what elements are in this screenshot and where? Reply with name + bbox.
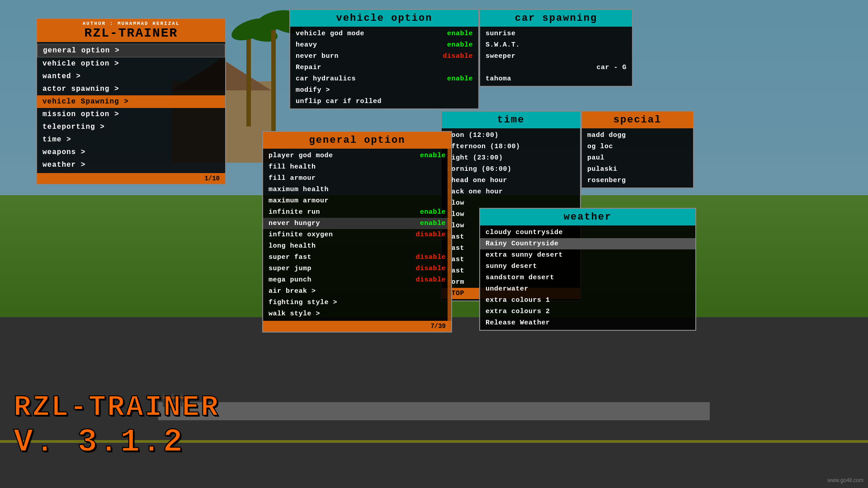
morning-item[interactable]: morning (06:00) (442, 164, 580, 175)
infinite-oxygen-item[interactable]: infinite oxygen disable (263, 229, 451, 240)
ahead-one-hour-item[interactable]: ahead one hour (442, 175, 580, 186)
special-items: madd dogg og loc paul pulaski rosenberg (582, 128, 693, 188)
special-panel: special madd dogg og loc paul pulaski ro… (581, 111, 694, 188)
car-hydraulics-item[interactable]: car hydraulics enable (290, 73, 478, 84)
madd-dogg-item[interactable]: madd dogg (582, 130, 693, 141)
general-option-footer: 7/39 (263, 321, 451, 332)
menu-item-actor[interactable]: actor spawning > (37, 83, 225, 95)
rainy-countryside-item[interactable]: Rainy Countryside (480, 238, 695, 249)
vehicle-god-mode-item[interactable]: vehicle god mode enable (290, 28, 478, 39)
super-jump-item[interactable]: super jump disable (263, 263, 451, 274)
special-header: special (582, 112, 693, 128)
sandstorm-item[interactable]: sandstorm desert (480, 272, 695, 283)
modify-item[interactable]: modify > (290, 84, 478, 96)
unflip-item[interactable]: unflip car if rolled (290, 96, 478, 107)
long-health-item[interactable]: long health (263, 240, 451, 252)
menu-item-weather[interactable]: weather > (37, 159, 225, 171)
menu-item-vehicle-spawning[interactable]: vehicle Spawning > (37, 95, 225, 108)
sweeper-item[interactable]: sweeper (480, 51, 632, 62)
walk-style-item[interactable]: walk style > (263, 308, 451, 319)
vehicle-option-items: vehicle god mode enable heavy enable nev… (290, 27, 478, 108)
swat-item[interactable]: S.W.A.T. (480, 39, 632, 51)
general-option-panel: general option player god mode enable fi… (262, 131, 452, 333)
super-fast-item[interactable]: super fast disable (263, 252, 451, 263)
extra-colours-1-item[interactable]: extra colours 1 (480, 295, 695, 306)
player-god-mode-item[interactable]: player god mode enable (263, 150, 451, 161)
menu-item-mission[interactable]: mission option > (37, 108, 225, 121)
max-armour-item[interactable]: maximum armour (263, 195, 451, 206)
car-spawning-header: car spawning (480, 10, 632, 27)
author-label: AUTHOR : MUHAMMAD HERIZAL (42, 21, 221, 26)
tahoma-item[interactable]: tahoma (480, 73, 632, 84)
main-menu-header: AUTHOR : MUHAMMAD HERIZAL RZL-TRAINER (37, 19, 225, 42)
release-weather-item[interactable]: Release Weather (480, 317, 695, 328)
vehicle-option-header: vehicle option (290, 10, 478, 27)
main-menu-items: general option > vehicle option > wanted… (37, 42, 225, 173)
menu-item-general[interactable]: general option > (37, 44, 225, 57)
never-burn-item[interactable]: never burn disable (290, 51, 478, 62)
general-option-items: player god mode enable fill health fill … (263, 149, 451, 321)
car-spawning-items: sunrise S.W.A.T. sweeper car - G tahoma (480, 27, 632, 86)
extra-sunny-item[interactable]: extra sunny desert (480, 249, 695, 261)
paul-item[interactable]: paul (582, 152, 693, 164)
og-loc-item[interactable]: og loc (582, 141, 693, 152)
max-health-item[interactable]: maximum health (263, 184, 451, 195)
main-menu-footer: 1/10 (37, 173, 225, 184)
pulaski-item[interactable]: pulaski (582, 164, 693, 175)
extra-colours-2-item[interactable]: extra colours 2 (480, 306, 695, 317)
repair-item[interactable]: Repair (290, 62, 478, 73)
underwater-item[interactable]: underwater (480, 283, 695, 295)
menu-item-wanted[interactable]: wanted > (37, 70, 225, 83)
main-menu-title: RZL-TRAINER (42, 26, 221, 40)
heavy-item[interactable]: heavy enable (290, 39, 478, 51)
weather-panel: weather cloudy countryside Rainy Country… (479, 208, 696, 331)
air-break-item[interactable]: air break > (263, 286, 451, 297)
afternoon-item[interactable]: afternoon (18:00) (442, 141, 580, 152)
vehicle-option-panel: vehicle option vehicle god mode enable h… (289, 9, 479, 109)
scroll-bar[interactable] (448, 148, 451, 332)
back-one-hour-item[interactable]: back one hour (442, 186, 580, 197)
menu-item-vehicle[interactable]: vehicle option > (37, 57, 225, 70)
big-logo-title: RZL-TRAINER (14, 391, 219, 424)
main-menu-panel: AUTHOR : MUHAMMAD HERIZAL RZL-TRAINER ge… (36, 18, 226, 185)
menu-item-teleporting[interactable]: teleporting > (37, 121, 225, 133)
time-header: time (442, 112, 580, 128)
sunny-desert-item[interactable]: sunny desert (480, 261, 695, 272)
fighting-style-item[interactable]: fighting style > (263, 297, 451, 308)
cloudy-countryside-item[interactable]: cloudy countryside (480, 227, 695, 238)
general-option-header: general option (263, 132, 451, 149)
menu-item-time[interactable]: time > (37, 133, 225, 146)
weather-items: cloudy countryside Rainy Countryside ext… (480, 225, 695, 330)
big-logo: RZL-TRAINER V. 3.1.2 (14, 391, 219, 461)
car-g-item[interactable]: car - G (480, 62, 632, 73)
car-spawning-panel: car spawning sunrise S.W.A.T. sweeper ca… (479, 9, 633, 87)
sunrise-item[interactable]: sunrise (480, 28, 632, 39)
rosenberg-item[interactable]: rosenberg (582, 175, 693, 186)
night-item[interactable]: night (23:00) (442, 152, 580, 164)
slow-item-1[interactable]: slow (442, 197, 580, 209)
big-logo-version: V. 3.1.2 (14, 424, 219, 461)
never-hungry-item[interactable]: never hungry enable (263, 218, 451, 229)
mega-punch-item[interactable]: mega punch disable (263, 274, 451, 286)
menu-item-weapons[interactable]: weapons > (37, 146, 225, 159)
weather-header: weather (480, 209, 695, 225)
infinite-run-item[interactable]: infinite run enable (263, 206, 451, 218)
fill-armour-item[interactable]: fill armour (263, 173, 451, 184)
fill-health-item[interactable]: fill health (263, 161, 451, 173)
noon-item[interactable]: noon (12:00) (442, 130, 580, 141)
